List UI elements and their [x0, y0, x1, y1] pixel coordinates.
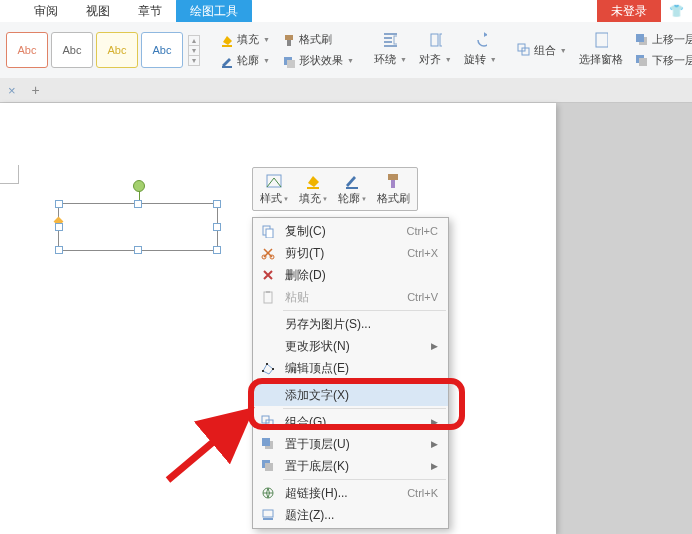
shape-effects-button[interactable]: 形状效果▼ [279, 52, 357, 69]
paste-icon [259, 289, 277, 305]
gallery-scroll-down[interactable]: ▾ [188, 46, 200, 56]
style-preset-1[interactable]: Abc [6, 32, 48, 68]
shape-style-gallery[interactable]: Abc Abc Abc Abc ▴ ▾ ▾ [0, 22, 206, 78]
mini-outline-button[interactable]: 轮廓▼ [333, 170, 372, 208]
rotate-icon[interactable] [473, 33, 487, 47]
wrap-icon[interactable] [383, 33, 397, 47]
select-pane-icon[interactable] [594, 33, 608, 47]
margin-corner [0, 165, 19, 184]
menu-add-text[interactable]: 添加文字(X) [253, 384, 448, 406]
selected-shape[interactable] [58, 203, 218, 251]
svg-rect-18 [636, 34, 644, 42]
tab-drawing-tools[interactable]: 绘图工具 [176, 0, 252, 23]
svg-rect-25 [388, 174, 398, 180]
svg-rect-32 [266, 291, 270, 293]
bring-forward-button[interactable]: 上移一层▼ [632, 31, 692, 48]
format-painter-icon [384, 172, 402, 190]
menu-caption[interactable]: 题注(Z)... [253, 504, 448, 526]
resize-handle-e[interactable] [213, 223, 221, 231]
svg-rect-39 [262, 438, 270, 446]
bring-forward-icon [635, 33, 649, 47]
group-button[interactable]: 组合▼ [514, 42, 570, 59]
gallery-expand[interactable]: ▾ [188, 56, 200, 66]
menu-cut[interactable]: 剪切(T)Ctrl+X [253, 242, 448, 264]
add-tab-button[interactable]: + [24, 78, 48, 102]
gallery-scroll-up[interactable]: ▴ [188, 35, 200, 46]
svg-rect-34 [266, 363, 268, 365]
svg-rect-9 [384, 41, 392, 43]
menu-save-as-image[interactable]: 另存为图片(S)... [253, 313, 448, 335]
document-tabs: × + [0, 78, 692, 103]
resize-handle-s[interactable] [134, 246, 142, 254]
menu-hyperlink[interactable]: 超链接(H)...Ctrl+K [253, 482, 448, 504]
close-tab-button[interactable]: × [0, 79, 24, 102]
ribbon-tabs: 审阅 视图 章节 绘图工具 [0, 0, 692, 23]
resize-handle-w[interactable] [55, 223, 63, 231]
svg-rect-33 [262, 370, 264, 372]
menu-paste: 粘贴Ctrl+V [253, 286, 448, 308]
select-pane-button[interactable]: 选择窗格 [576, 51, 626, 68]
bring-front-icon [259, 436, 277, 452]
svg-rect-15 [596, 33, 608, 47]
svg-rect-1 [222, 66, 232, 68]
menu-edit-points[interactable]: 编辑顶点(E) [253, 357, 448, 379]
mini-style-button[interactable]: 样式▼ [255, 170, 294, 208]
svg-rect-2 [285, 35, 293, 40]
send-backward-button[interactable]: 下移一层▼ [632, 52, 692, 69]
svg-rect-44 [263, 518, 273, 520]
svg-rect-10 [384, 45, 397, 47]
svg-rect-20 [639, 58, 647, 66]
format-painter-icon [282, 33, 296, 47]
wrap-button[interactable]: 环绕▼ [371, 51, 410, 68]
svg-rect-7 [384, 37, 392, 39]
resize-handle-sw[interactable] [55, 246, 63, 254]
tab-view[interactable]: 视图 [72, 0, 124, 23]
rotate-handle[interactable] [133, 180, 145, 192]
outline-icon [343, 172, 361, 190]
copy-icon [259, 223, 277, 239]
align-button[interactable]: 对齐▼ [416, 51, 455, 68]
resize-handle-se[interactable] [213, 246, 221, 254]
rotate-button[interactable]: 旋转▼ [461, 51, 500, 68]
format-painter-button[interactable]: 格式刷 [279, 31, 357, 48]
svg-rect-12 [440, 34, 442, 46]
shape-effects-icon [282, 54, 296, 68]
svg-rect-8 [394, 36, 397, 44]
header-right: 未登录 👕 [597, 0, 692, 22]
skin-icon[interactable]: 👕 [661, 1, 692, 21]
ribbon-body: Abc Abc Abc Abc ▴ ▾ ▾ 填充▼ 轮廓▼ 格式刷 形状效果▼ … [0, 22, 692, 79]
mini-format-painter-button[interactable]: 格式刷 [372, 170, 415, 208]
menu-bring-front[interactable]: 置于顶层(U)▶ [253, 433, 448, 455]
svg-rect-43 [263, 510, 273, 517]
menu-copy[interactable]: 复制(C)Ctrl+C [253, 220, 448, 242]
resize-handle-ne[interactable] [213, 200, 221, 208]
hyperlink-icon [259, 485, 277, 501]
resize-handle-n[interactable] [134, 200, 142, 208]
svg-rect-6 [384, 33, 397, 35]
style-preset-4[interactable]: Abc [141, 32, 183, 68]
style-icon [265, 172, 283, 190]
menu-send-back[interactable]: 置于底层(K)▶ [253, 455, 448, 477]
tab-review[interactable]: 审阅 [20, 0, 72, 23]
outline-button[interactable]: 轮廓▼ [217, 52, 273, 69]
svg-rect-23 [307, 187, 319, 189]
svg-rect-11 [431, 34, 438, 46]
resize-handle-nw[interactable] [55, 200, 63, 208]
fill-icon [220, 33, 234, 47]
svg-rect-24 [346, 187, 358, 189]
svg-rect-5 [287, 60, 295, 68]
menu-change-shape[interactable]: 更改形状(N)▶ [253, 335, 448, 357]
login-button[interactable]: 未登录 [597, 0, 661, 22]
style-preset-2[interactable]: Abc [51, 32, 93, 68]
tab-chapter[interactable]: 章节 [124, 0, 176, 23]
style-preset-3[interactable]: Abc [96, 32, 138, 68]
mini-fill-button[interactable]: 填充▼ [294, 170, 333, 208]
menu-delete[interactable]: 删除(D) [253, 264, 448, 286]
delete-icon [259, 267, 277, 283]
align-icon[interactable] [428, 33, 442, 47]
fill-button[interactable]: 填充▼ [217, 31, 273, 48]
menu-group[interactable]: 组合(G)▶ [253, 411, 448, 433]
send-back-icon [259, 458, 277, 474]
svg-rect-0 [222, 45, 232, 47]
edit-points-icon [259, 360, 277, 376]
